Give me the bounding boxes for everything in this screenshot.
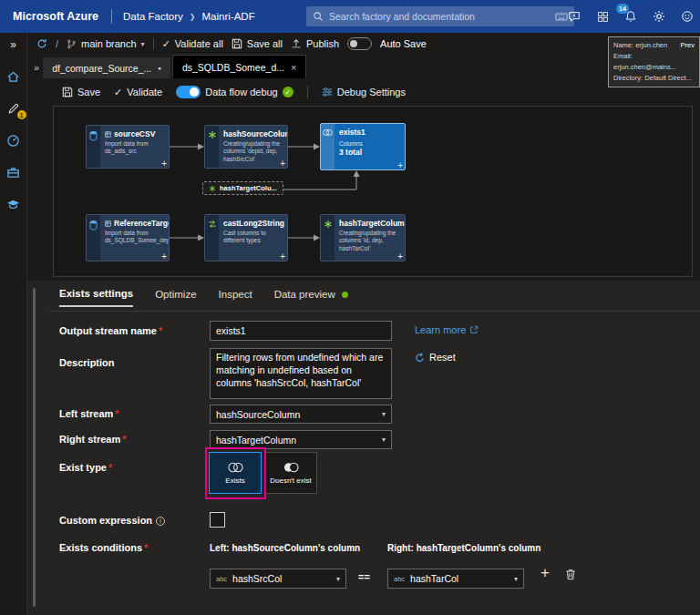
add-transformation-button[interactable]: + — [397, 160, 403, 170]
dataset-grid-icon — [105, 131, 111, 138]
node-title: hashTargetColu... — [220, 184, 277, 192]
user-directory: Directory: Default Direct... — [613, 73, 695, 84]
validate-all-button[interactable]: ✓ Validate all — [162, 38, 223, 50]
reset-button[interactable]: Reset — [415, 352, 456, 363]
node-subtitle: Cast columns to different types — [223, 230, 283, 245]
add-condition-button[interactable]: + — [540, 564, 550, 582]
output-stream-input[interactable] — [210, 321, 392, 341]
tab-dataset-label: ds_SQLDB_Somee_d... — [182, 62, 284, 73]
branch-name: main branch — [81, 38, 137, 49]
reset-icon — [415, 353, 425, 363]
panel-scrollbar[interactable] — [33, 288, 36, 607]
flow-node-ReferenceTarget[interactable]: ReferenceTarget Import data from ds_SQLD… — [86, 214, 170, 261]
doesnt-exist-option-label: Doesn't exist — [270, 477, 312, 485]
panel-tabs: Exists settings Optimize Inspect Data pr… — [59, 288, 348, 307]
nav-author-pencil-icon[interactable]: 1 — [6, 101, 21, 116]
flow-node-exists1-selected[interactable]: exists1 Columns 3 total + — [320, 123, 406, 170]
debug-settings-button[interactable]: Debug Settings — [322, 87, 406, 97]
chevron-down-icon: ▾ — [382, 436, 386, 444]
cmdbar-divider — [153, 37, 154, 50]
derived-column-icon — [321, 215, 335, 261]
learn-more-label: Learn more — [415, 324, 466, 335]
flow-validate-button[interactable]: ✓ Validate — [114, 87, 162, 98]
venn-doesnt-exist-icon — [283, 462, 300, 473]
tab-data-preview[interactable]: Data preview — [274, 288, 348, 307]
custom-expression-checkbox[interactable] — [210, 512, 225, 528]
add-transformation-button[interactable]: + — [161, 159, 167, 169]
global-search[interactable] — [306, 6, 574, 26]
learn-more-link[interactable]: Learn more — [415, 324, 479, 335]
dataflow-debug-toggle[interactable] — [176, 86, 201, 98]
dataflow-debug-toggle-group: Data flow debug ✓ — [176, 86, 293, 98]
header-divider — [111, 9, 112, 24]
tab-data-preview-label: Data preview — [274, 289, 335, 300]
chevron-down-icon: ▾ — [336, 575, 340, 583]
breadcrumb-chevron-icon: ❯ — [190, 13, 196, 21]
left-stream-select[interactable]: hashSourceColumn ▾ — [210, 405, 392, 424]
debug-settings-label: Debug Settings — [337, 87, 406, 97]
tab-optimize[interactable]: Optimize — [155, 288, 196, 307]
doesnt-exist-option-button[interactable]: Doesn't exist — [264, 452, 317, 494]
flow-node-sourceCSV[interactable]: sourceCSV Import data from ds_adls_src + — [86, 125, 170, 169]
add-transformation-button[interactable]: + — [397, 251, 403, 261]
settings-gear-icon[interactable] — [652, 9, 666, 24]
save-all-button[interactable]: Save all — [232, 38, 283, 49]
right-stream-select[interactable]: hashTargetColumn ▾ — [210, 430, 392, 449]
database-icon — [87, 215, 100, 261]
tab-inspect[interactable]: Inspect — [219, 288, 252, 307]
flow-node-castLong2String[interactable]: castLong2String Cast columns to differen… — [204, 214, 288, 261]
search-input[interactable] — [329, 11, 550, 22]
left-column-header: Left: hashSourceColumn's column — [210, 543, 360, 553]
branch-selector[interactable]: main branch ▾ — [67, 38, 145, 49]
derived-column-icon — [205, 126, 219, 168]
breadcrumb-section[interactable]: Data Factory — [123, 11, 183, 22]
dataset-grid-icon — [105, 220, 111, 227]
auto-save-toggle[interactable] — [347, 37, 372, 50]
delete-condition-trash-icon[interactable] — [565, 569, 576, 580]
dataflow-canvas[interactable]: sourceCSV Import data from ds_adls_src +… — [53, 106, 693, 277]
nav-manage-toolbox-icon[interactable] — [6, 165, 21, 179]
breadcrumb-factory-name[interactable]: Mainri-ADF — [202, 11, 255, 22]
right-column-header: Right: hashTargetColumn's column — [387, 543, 540, 553]
node-subtitle: Creating/updating the columns 'depid, de… — [223, 140, 283, 163]
exists-option-button[interactable]: Exists — [209, 452, 262, 494]
nav-monitor-icon[interactable] — [6, 133, 21, 148]
feedback-chat-icon[interactable] — [567, 9, 582, 24]
add-transformation-button[interactable]: + — [280, 251, 285, 261]
add-transformation-button[interactable]: + — [161, 251, 167, 261]
publish-button[interactable]: Publish — [291, 38, 339, 49]
debug-settings-icon — [322, 87, 333, 97]
notifications-bell-icon[interactable]: 14 — [623, 9, 638, 24]
flow-save-button[interactable]: Save — [62, 87, 100, 97]
description-label: Description — [59, 357, 115, 368]
refresh-icon[interactable] — [36, 38, 47, 49]
chevron-down-icon: ▾ — [382, 410, 386, 418]
right-condition-select[interactable]: abc hashTarCol ▾ — [387, 569, 524, 589]
flow-node-hashTargetColumn[interactable]: hashTargetColumn Creating/updating the c… — [320, 214, 406, 261]
tab-dataflow[interactable]: df_compare_Source_... ● — [43, 57, 170, 78]
close-tab-icon[interactable]: × — [291, 62, 296, 73]
flow-node-hashSourceColumn[interactable]: hashSourceColumn Creating/updating the c… — [204, 125, 288, 169]
exist-type-options: Exists Doesn't exist — [209, 452, 317, 494]
tab-exists-settings[interactable]: Exists settings — [59, 288, 133, 307]
resource-grid-icon[interactable] — [595, 9, 610, 24]
exists-option-label: Exists — [225, 477, 244, 485]
expand-sidebar-button[interactable]: » — [6, 37, 21, 52]
feedback-smiley-icon[interactable] — [680, 9, 695, 24]
nav-learning-cap-icon[interactable] — [6, 197, 21, 211]
exists-venn-icon — [321, 124, 335, 169]
add-transformation-button[interactable]: + — [280, 159, 285, 169]
node-title: exists1 — [339, 128, 365, 137]
keyboard-icon[interactable] — [555, 13, 568, 21]
left-condition-select[interactable]: abc hashSrcCol ▾ — [210, 569, 346, 589]
adf-studio-window: Microsoft Azure Data Factory ❯ Mainri-AD… — [0, 0, 700, 615]
user-email: Email: erjun.chen@mains... — [613, 51, 695, 73]
publish-icon — [291, 38, 302, 49]
flow-node-hashTarget-reference[interactable]: hashTargetColu... — [202, 181, 283, 195]
tabstrip-collapse-icon[interactable]: » — [34, 62, 39, 73]
right-stream-value: hashTargetColumn — [216, 435, 296, 446]
tab-dataset[interactable]: ds_SQLDB_Somee_d... × — [172, 55, 307, 78]
description-textarea[interactable]: Filtering rows from undefined which are … — [210, 348, 392, 399]
nav-home-icon[interactable] — [6, 69, 21, 84]
panel-tabs-divider — [49, 311, 700, 312]
